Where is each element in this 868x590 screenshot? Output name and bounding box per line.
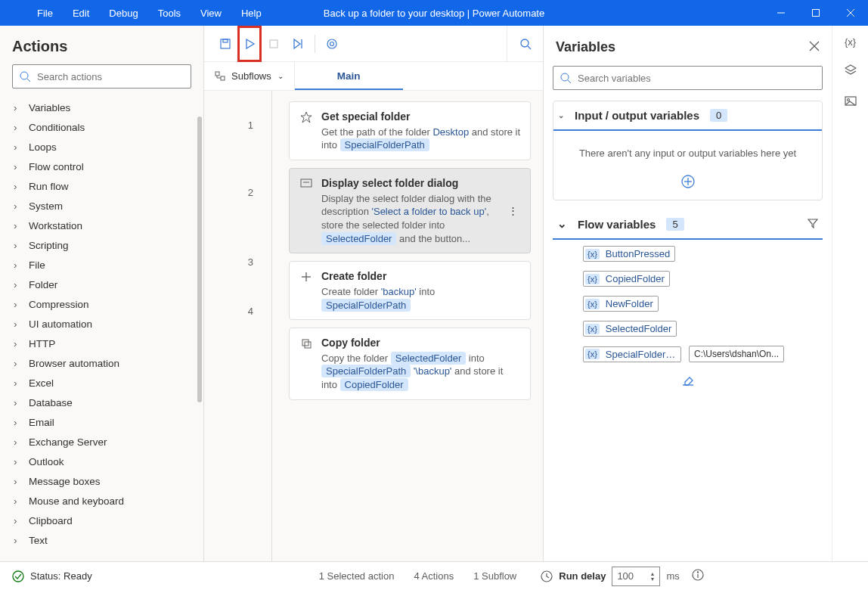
variables-search-input[interactable]	[578, 73, 816, 84]
more-button[interactable]: ⋮	[505, 202, 521, 219]
menu-view[interactable]: View	[191, 2, 231, 25]
tree-item[interactable]: ›Text	[0, 530, 203, 550]
tree-item[interactable]: ›Exchange Server	[0, 432, 203, 452]
tree-item[interactable]: ›Excel	[0, 373, 203, 393]
tree-item[interactable]: ›Folder	[0, 275, 203, 294]
tree-item[interactable]: ›Mouse and keyboard	[0, 491, 203, 511]
menu-tools[interactable]: Tools	[148, 2, 191, 25]
clear-variables-button[interactable]	[553, 362, 823, 391]
tree-item[interactable]: ›Loops	[0, 137, 203, 157]
run-delay-stepper[interactable]: 100 ▲▼	[612, 567, 660, 586]
subflows-dropdown[interactable]: Subflows ⌄	[204, 62, 295, 90]
svg-rect-16	[215, 72, 219, 76]
svg-point-4	[20, 72, 28, 79]
step-card[interactable]: Get special folder Get the path of the f…	[289, 101, 531, 160]
variables-search[interactable]	[553, 66, 823, 90]
variable-row[interactable]: {x}CopiedFolder	[583, 271, 823, 287]
layers-rail-button[interactable]	[845, 64, 857, 79]
flow-count-badge: 5	[666, 218, 684, 231]
tree-item[interactable]: ›Workstation	[0, 216, 203, 235]
menu-help[interactable]: Help	[231, 2, 271, 25]
stop-button[interactable]	[262, 26, 286, 62]
designer-toolbar	[204, 26, 543, 62]
variables-rail-button[interactable]: {x}	[845, 36, 856, 48]
variables-heading: Variables	[556, 39, 615, 55]
subflows-icon	[215, 71, 225, 82]
svg-point-13	[330, 42, 334, 45]
run-button[interactable]	[237, 26, 262, 62]
menu-debug[interactable]: Debug	[99, 2, 147, 25]
io-section-header[interactable]: ⌄ Input / output variables 0	[553, 101, 822, 131]
step-button[interactable]	[286, 26, 310, 62]
io-count-badge: 0	[710, 109, 727, 122]
tree-item[interactable]: ›Flow control	[0, 157, 203, 176]
step-number: 2	[248, 187, 271, 256]
actions-search-input[interactable]	[37, 71, 184, 82]
stepper-arrows[interactable]: ▲▼	[649, 571, 655, 582]
variable-row[interactable]: {x}NewFolder	[583, 296, 823, 312]
tree-item[interactable]: ›Email	[0, 412, 203, 432]
tree-item[interactable]: ›HTTP	[0, 334, 203, 353]
step-card[interactable]: Create folder Create folder 'backup' int…	[289, 261, 531, 320]
minimize-button[interactable]	[764, 0, 798, 26]
window-controls	[764, 0, 868, 26]
variable-value: C:\Users\dshan\On...	[689, 346, 784, 362]
chevron-right-icon: ›	[14, 299, 21, 310]
tree-item[interactable]: ›Conditionals	[0, 117, 203, 137]
tree-item[interactable]: ›Clipboard	[0, 511, 203, 530]
variable-row[interactable]: {x}SpecialFolderP... C:\Users\dshan\On..…	[583, 346, 823, 362]
close-panel-button[interactable]	[809, 41, 820, 54]
tree-item[interactable]: ›Compression	[0, 294, 203, 314]
step-number: 1	[248, 120, 271, 176]
add-variable-button[interactable]	[553, 174, 822, 200]
info-icon[interactable]	[692, 569, 704, 583]
close-button[interactable]	[833, 0, 868, 26]
images-rail-button[interactable]	[845, 95, 857, 110]
record-button[interactable]	[320, 26, 344, 62]
step-description: Create folder 'backup' into SpecialFolde…	[321, 285, 521, 312]
tree-item[interactable]: ›Variables	[0, 98, 203, 117]
status-text: Status: Ready	[30, 570, 92, 582]
tree-item[interactable]: ›System	[0, 196, 203, 216]
run-delay-control: Run delay 100 ▲▼ ms	[541, 567, 703, 586]
chevron-right-icon: ›	[14, 102, 21, 113]
menu-file[interactable]: File	[27, 2, 63, 25]
tree-item[interactable]: ›Database	[0, 393, 203, 412]
tree-item[interactable]: ›Outlook	[0, 452, 203, 471]
svg-line-28	[568, 80, 571, 83]
actions-search[interactable]	[12, 64, 191, 88]
save-button[interactable]	[213, 26, 237, 62]
chevron-right-icon: ›	[14, 495, 21, 507]
flow-section-header[interactable]: ⌄ Flow variables 5	[553, 213, 823, 240]
tab-main[interactable]: Main	[295, 62, 403, 90]
side-rail: {x}	[832, 26, 868, 590]
star-icon	[299, 110, 314, 152]
run-delay-label: Run delay	[559, 570, 606, 582]
variable-row[interactable]: {x}ButtonPressed	[583, 246, 823, 262]
tree-item[interactable]: ›Run flow	[0, 176, 203, 196]
chevron-right-icon: ›	[14, 318, 21, 330]
variable-row[interactable]: {x}SelectedFolder	[583, 321, 823, 337]
chevron-right-icon: ›	[14, 456, 21, 467]
step-card[interactable]: Copy folder Copy the folder SelectedFold…	[289, 328, 531, 400]
scrollbar[interactable]	[197, 116, 202, 402]
svg-marker-10	[294, 39, 300, 48]
step-list: Get special folder Get the path of the f…	[272, 91, 543, 590]
tree-item[interactable]: ›Message boxes	[0, 471, 203, 491]
designer-search-button[interactable]	[507, 26, 543, 62]
maximize-button[interactable]	[798, 0, 833, 26]
svg-point-12	[327, 39, 336, 48]
filter-icon[interactable]	[808, 218, 818, 231]
step-description: Get the path of the folder Desktop and s…	[321, 126, 521, 152]
chevron-right-icon: ›	[14, 397, 21, 408]
tree-item[interactable]: ›Browser automation	[0, 353, 203, 373]
status-selected: 1 Selected action	[319, 570, 395, 582]
tree-item[interactable]: ›File	[0, 255, 203, 275]
designer-panel: Subflows ⌄ Main 1 2 3 4 Get special fold…	[204, 26, 544, 590]
svg-marker-34	[845, 65, 856, 71]
tree-item[interactable]: ›UI automation	[0, 314, 203, 334]
menu-edit[interactable]: Edit	[63, 2, 99, 25]
status-actions-count: 4 Actions	[414, 570, 454, 582]
step-card-selected[interactable]: Display select folder dialog Display the…	[289, 168, 531, 253]
tree-item[interactable]: ›Scripting	[0, 235, 203, 255]
